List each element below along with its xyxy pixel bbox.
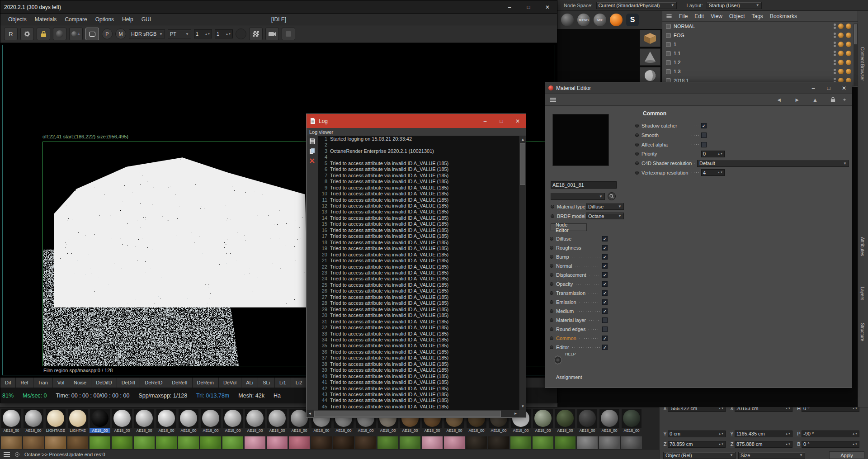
- add-material-icon[interactable]: +: [69, 28, 83, 40]
- anim-dot-icon[interactable]: [635, 161, 639, 165]
- stepper-arrows[interactable]: ▲▼: [785, 407, 791, 410]
- render-pass-tab-dedifi[interactable]: DeDifI: [117, 378, 141, 388]
- menu-edit[interactable]: Edit: [694, 13, 704, 19]
- channel-checkbox[interactable]: ✓: [602, 290, 608, 296]
- anim-dot-icon[interactable]: [635, 124, 639, 128]
- channel-checkbox[interactable]: ✓: [602, 345, 608, 350]
- coordinate-field[interactable]: 78.859 cm▲▼: [668, 441, 726, 448]
- material-preview[interactable]: [552, 114, 609, 166]
- anim-dot-icon[interactable]: [550, 318, 553, 322]
- material-thumb[interactable]: AE18_00: [555, 409, 576, 433]
- channel-row-medium[interactable]: Medium✓: [550, 307, 608, 316]
- render-pass-tab-tran[interactable]: Tran: [33, 378, 53, 388]
- hamburger-icon[interactable]: [666, 14, 671, 18]
- material-thumb[interactable]: AE18_00: [577, 409, 598, 433]
- scrollbar-thumb[interactable]: [520, 143, 525, 185]
- dock-slogo-icon[interactable]: S: [626, 14, 639, 26]
- channel-row-normal[interactable]: Normal✓: [550, 261, 608, 270]
- anim-dot-icon[interactable]: [550, 282, 553, 286]
- coordinate-field[interactable]: -555.422 cm▲▼: [668, 407, 726, 412]
- material-tag-icon[interactable]: [846, 60, 851, 65]
- material-tag-icon[interactable]: [838, 60, 844, 65]
- octane-menu-help[interactable]: Help: [118, 16, 137, 23]
- dock-tab-structure[interactable]: Structure: [860, 323, 865, 341]
- visibility-dots-icon[interactable]: [834, 33, 836, 38]
- octane-titlebar[interactable]: 2020.2.1 (300 days left) – □ ✕: [0, 0, 557, 14]
- region-select-icon[interactable]: [85, 28, 99, 40]
- channel-row-editor[interactable]: Editor✓: [550, 343, 608, 352]
- checkerboard-icon[interactable]: [249, 28, 263, 40]
- texture-thumb[interactable]: [112, 436, 132, 449]
- scroll-left-icon[interactable]: ◄: [307, 410, 313, 417]
- render-pass-tab-devol[interactable]: DeVol: [219, 378, 241, 388]
- texture-thumb[interactable]: [555, 436, 576, 449]
- channel-checkbox[interactable]: ✓: [602, 236, 608, 241]
- coordinate-field[interactable]: 1165.435 cm▲▼: [735, 431, 793, 437]
- material-thumb[interactable]: AE18_00: [134, 409, 155, 433]
- object-row-1[interactable]: 1: [662, 40, 858, 49]
- brdf-select[interactable]: Octane▼: [586, 213, 624, 219]
- material-thumb[interactable]: AE18_00: [200, 409, 221, 433]
- maximize-button[interactable]: □: [519, 0, 538, 14]
- cube-object-icon[interactable]: [640, 30, 660, 47]
- dock-tab-layers[interactable]: Layers: [860, 287, 865, 300]
- channel-row-displacement[interactable]: Displacement✓: [550, 270, 608, 279]
- material-tag-icon[interactable]: [838, 69, 844, 74]
- anim-dot-icon[interactable]: [635, 133, 639, 137]
- texture-thumb[interactable]: [488, 436, 509, 449]
- channel-checkbox[interactable]: ✓: [602, 245, 608, 251]
- cone-object-icon[interactable]: [640, 48, 660, 66]
- anim-dot-icon[interactable]: [550, 273, 553, 277]
- texture-thumb[interactable]: [533, 436, 553, 449]
- restart-render-button[interactable]: R: [4, 28, 18, 40]
- anim-dot-icon[interactable]: [550, 309, 553, 313]
- coordinate-field[interactable]: 0 °▲▼: [802, 441, 859, 448]
- kernel-select[interactable]: PT▼: [168, 29, 191, 38]
- parameter-checkbox[interactable]: [701, 142, 707, 147]
- channel-checkbox[interactable]: ✓: [602, 299, 608, 305]
- texture-thumb[interactable]: [422, 436, 443, 449]
- channel-checkbox[interactable]: [602, 327, 608, 332]
- material-type-select[interactable]: Diffuse▼: [586, 203, 624, 210]
- menu-tags[interactable]: Tags: [752, 13, 763, 19]
- coordinate-field[interactable]: 20153 cm▲▼: [735, 407, 793, 412]
- menu-bookmarks[interactable]: Bookmarks: [770, 13, 797, 19]
- render-pass-tab-ali[interactable]: ALi: [241, 378, 258, 388]
- texture-thumb[interactable]: [377, 436, 398, 449]
- plus-icon[interactable]: ＋: [842, 96, 847, 104]
- anim-dot-icon[interactable]: [551, 214, 554, 218]
- material-thumb[interactable]: AE18_00: [222, 409, 243, 433]
- render-pass-tab-dedifd[interactable]: DeDifD: [91, 378, 117, 388]
- texture-thumb[interactable]: [577, 436, 598, 449]
- minimize-button[interactable]: –: [477, 114, 493, 128]
- settings-gear-icon[interactable]: [20, 28, 34, 40]
- material-tag-icon[interactable]: [846, 42, 851, 47]
- texture-thumb[interactable]: [289, 436, 310, 449]
- material-tag-icon[interactable]: [846, 24, 851, 29]
- close-button[interactable]: ✕: [509, 114, 526, 128]
- stepper-arrows[interactable]: ▲▼: [785, 433, 791, 435]
- render-pass-tab-noise[interactable]: Noise: [69, 378, 91, 388]
- pick-focus-button[interactable]: M: [115, 28, 126, 39]
- anim-dot-icon[interactable]: [550, 300, 553, 304]
- render-pass-tab-sli[interactable]: SLi: [258, 378, 275, 388]
- texture-thumb[interactable]: [1, 436, 22, 449]
- texture-thumb[interactable]: [222, 436, 243, 449]
- horizontal-scrollbar[interactable]: ◄ ►: [307, 410, 519, 417]
- texture-thumb[interactable]: [67, 436, 88, 449]
- material-tag-icon[interactable]: [846, 51, 851, 56]
- channel-checkbox[interactable]: ✓: [602, 263, 608, 269]
- close-button[interactable]: ✕: [836, 82, 852, 94]
- dock-mix-icon[interactable]: MIX: [594, 14, 606, 26]
- parameter-checkbox[interactable]: ✓: [701, 123, 707, 128]
- parameter-number-field[interactable]: 0▲▼: [701, 151, 725, 157]
- object-manager-scrollbar[interactable]: [854, 24, 858, 86]
- render-pass-tab-dif[interactable]: Dif: [0, 378, 16, 388]
- back-arrow-icon[interactable]: ◄: [776, 97, 782, 103]
- octane-menu-options[interactable]: Options: [91, 16, 118, 23]
- texture-thumb[interactable]: [599, 436, 620, 449]
- anim-dot-icon[interactable]: [550, 246, 553, 250]
- texture-thumb[interactable]: [23, 436, 44, 449]
- channel-row-common[interactable]: Common✓: [550, 334, 608, 343]
- object-mode-select[interactable]: Object (Rel)▼: [663, 452, 736, 459]
